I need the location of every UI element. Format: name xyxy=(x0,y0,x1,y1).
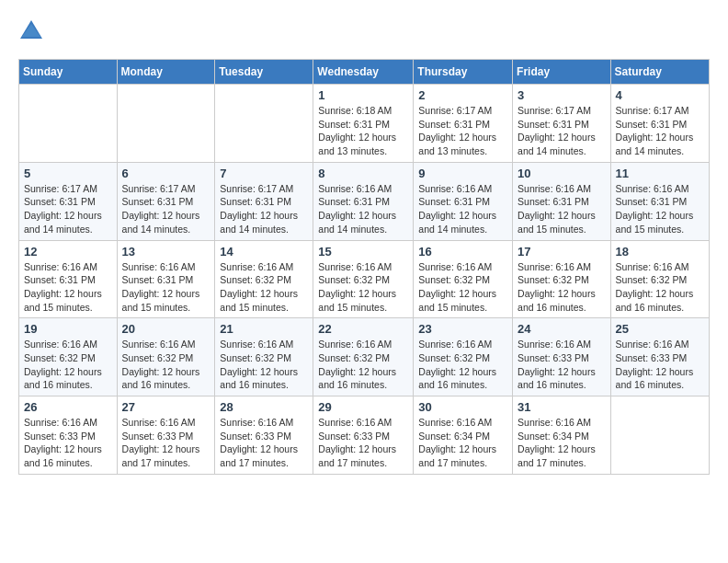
day-number: 25 xyxy=(616,322,704,336)
calendar-cell: 27Sunrise: 6:16 AMSunset: 6:33 PMDayligh… xyxy=(117,396,215,475)
weekday-header: Thursday xyxy=(414,60,513,85)
day-info: Sunrise: 6:16 AMSunset: 6:31 PMDaylight:… xyxy=(418,182,507,236)
day-info: Sunrise: 6:16 AMSunset: 6:33 PMDaylight:… xyxy=(518,338,606,392)
day-info: Sunrise: 6:18 AMSunset: 6:31 PMDaylight:… xyxy=(318,104,408,158)
calendar-cell: 5Sunrise: 6:17 AMSunset: 6:31 PMDaylight… xyxy=(19,162,118,240)
day-info: Sunrise: 6:16 AMSunset: 6:32 PMDaylight:… xyxy=(122,338,210,392)
calendar-cell xyxy=(19,85,118,163)
day-number: 14 xyxy=(220,245,308,259)
day-info: Sunrise: 6:16 AMSunset: 6:32 PMDaylight:… xyxy=(318,260,408,315)
calendar-cell: 30Sunrise: 6:16 AMSunset: 6:34 PMDayligh… xyxy=(414,396,513,475)
calendar-cell xyxy=(117,85,215,163)
calendar-week-row: 19Sunrise: 6:16 AMSunset: 6:32 PMDayligh… xyxy=(19,318,710,396)
day-number: 2 xyxy=(418,88,507,102)
calendar-cell xyxy=(610,396,709,475)
day-number: 4 xyxy=(616,88,704,102)
day-info: Sunrise: 6:16 AMSunset: 6:33 PMDaylight:… xyxy=(122,416,210,470)
day-number: 28 xyxy=(220,400,308,414)
day-number: 18 xyxy=(616,245,704,259)
day-number: 3 xyxy=(518,88,606,102)
day-number: 23 xyxy=(418,322,507,336)
calendar-cell: 20Sunrise: 6:16 AMSunset: 6:32 PMDayligh… xyxy=(117,318,215,396)
day-info: Sunrise: 6:16 AMSunset: 6:31 PMDaylight:… xyxy=(616,182,704,236)
calendar-table: SundayMondayTuesdayWednesdayThursdayFrid… xyxy=(18,59,710,475)
calendar-cell xyxy=(215,85,313,163)
day-number: 30 xyxy=(418,400,507,414)
day-info: Sunrise: 6:16 AMSunset: 6:31 PMDaylight:… xyxy=(122,260,210,315)
day-number: 12 xyxy=(24,245,112,259)
calendar-cell: 17Sunrise: 6:16 AMSunset: 6:32 PMDayligh… xyxy=(513,240,611,318)
day-info: Sunrise: 6:16 AMSunset: 6:33 PMDaylight:… xyxy=(616,338,704,392)
logo-icon xyxy=(18,18,44,44)
calendar-cell: 6Sunrise: 6:17 AMSunset: 6:31 PMDaylight… xyxy=(117,162,215,240)
day-number: 21 xyxy=(220,322,308,336)
day-info: Sunrise: 6:17 AMSunset: 6:31 PMDaylight:… xyxy=(418,104,507,158)
calendar-cell: 10Sunrise: 6:16 AMSunset: 6:31 PMDayligh… xyxy=(513,162,611,240)
page-header xyxy=(18,18,710,44)
weekday-header: Monday xyxy=(117,60,215,85)
day-number: 7 xyxy=(220,167,308,180)
day-number: 10 xyxy=(518,167,606,180)
day-number: 26 xyxy=(24,400,112,414)
day-info: Sunrise: 6:16 AMSunset: 6:32 PMDaylight:… xyxy=(616,260,704,315)
day-info: Sunrise: 6:17 AMSunset: 6:31 PMDaylight:… xyxy=(518,104,606,158)
day-number: 17 xyxy=(518,245,606,259)
weekday-header: Wednesday xyxy=(313,60,414,85)
day-number: 19 xyxy=(24,322,112,336)
calendar-cell: 23Sunrise: 6:16 AMSunset: 6:32 PMDayligh… xyxy=(414,318,513,396)
calendar-cell: 15Sunrise: 6:16 AMSunset: 6:32 PMDayligh… xyxy=(313,240,414,318)
calendar-cell: 4Sunrise: 6:17 AMSunset: 6:31 PMDaylight… xyxy=(610,85,709,163)
calendar-cell: 25Sunrise: 6:16 AMSunset: 6:33 PMDayligh… xyxy=(610,318,709,396)
calendar-cell: 3Sunrise: 6:17 AMSunset: 6:31 PMDaylight… xyxy=(513,85,611,163)
day-number: 11 xyxy=(616,167,704,180)
calendar-cell: 14Sunrise: 6:16 AMSunset: 6:32 PMDayligh… xyxy=(215,240,313,318)
day-number: 5 xyxy=(24,167,112,180)
calendar-cell: 18Sunrise: 6:16 AMSunset: 6:32 PMDayligh… xyxy=(610,240,709,318)
calendar-cell: 2Sunrise: 6:17 AMSunset: 6:31 PMDaylight… xyxy=(414,85,513,163)
day-number: 15 xyxy=(318,245,408,259)
day-number: 9 xyxy=(418,167,507,180)
weekday-header: Sunday xyxy=(19,60,118,85)
svg-marker-1 xyxy=(22,24,40,37)
calendar-cell: 31Sunrise: 6:16 AMSunset: 6:34 PMDayligh… xyxy=(513,396,611,475)
day-number: 8 xyxy=(318,167,408,180)
calendar-cell: 19Sunrise: 6:16 AMSunset: 6:32 PMDayligh… xyxy=(19,318,118,396)
day-number: 24 xyxy=(518,322,606,336)
logo xyxy=(18,18,46,44)
day-number: 6 xyxy=(122,167,210,180)
day-info: Sunrise: 6:16 AMSunset: 6:31 PMDaylight:… xyxy=(318,182,408,236)
day-info: Sunrise: 6:16 AMSunset: 6:33 PMDaylight:… xyxy=(318,416,408,470)
weekday-header: Saturday xyxy=(610,60,709,85)
day-info: Sunrise: 6:17 AMSunset: 6:31 PMDaylight:… xyxy=(220,182,308,236)
weekday-header: Tuesday xyxy=(215,60,313,85)
calendar-cell: 13Sunrise: 6:16 AMSunset: 6:31 PMDayligh… xyxy=(117,240,215,318)
day-info: Sunrise: 6:16 AMSunset: 6:32 PMDaylight:… xyxy=(24,338,112,392)
day-info: Sunrise: 6:16 AMSunset: 6:33 PMDaylight:… xyxy=(24,416,112,470)
day-info: Sunrise: 6:17 AMSunset: 6:31 PMDaylight:… xyxy=(122,182,210,236)
day-info: Sunrise: 6:16 AMSunset: 6:32 PMDaylight:… xyxy=(318,338,408,392)
calendar-cell: 11Sunrise: 6:16 AMSunset: 6:31 PMDayligh… xyxy=(610,162,709,240)
day-number: 31 xyxy=(518,400,606,414)
calendar-cell: 26Sunrise: 6:16 AMSunset: 6:33 PMDayligh… xyxy=(19,396,118,475)
calendar-cell: 12Sunrise: 6:16 AMSunset: 6:31 PMDayligh… xyxy=(19,240,118,318)
day-number: 20 xyxy=(122,322,210,336)
calendar-cell: 1Sunrise: 6:18 AMSunset: 6:31 PMDaylight… xyxy=(313,85,414,163)
calendar-week-row: 5Sunrise: 6:17 AMSunset: 6:31 PMDaylight… xyxy=(19,162,710,240)
day-number: 22 xyxy=(318,322,408,336)
calendar-cell: 28Sunrise: 6:16 AMSunset: 6:33 PMDayligh… xyxy=(215,396,313,475)
day-number: 29 xyxy=(318,400,408,414)
day-info: Sunrise: 6:16 AMSunset: 6:32 PMDaylight:… xyxy=(418,338,507,392)
calendar-cell: 9Sunrise: 6:16 AMSunset: 6:31 PMDaylight… xyxy=(414,162,513,240)
day-info: Sunrise: 6:16 AMSunset: 6:34 PMDaylight:… xyxy=(418,416,507,470)
day-number: 1 xyxy=(318,88,408,102)
day-info: Sunrise: 6:16 AMSunset: 6:32 PMDaylight:… xyxy=(518,260,606,315)
calendar-cell: 7Sunrise: 6:17 AMSunset: 6:31 PMDaylight… xyxy=(215,162,313,240)
calendar-cell: 8Sunrise: 6:16 AMSunset: 6:31 PMDaylight… xyxy=(313,162,414,240)
weekday-header: Friday xyxy=(513,60,611,85)
calendar-week-row: 1Sunrise: 6:18 AMSunset: 6:31 PMDaylight… xyxy=(19,85,710,163)
calendar-week-row: 12Sunrise: 6:16 AMSunset: 6:31 PMDayligh… xyxy=(19,240,710,318)
calendar-cell: 24Sunrise: 6:16 AMSunset: 6:33 PMDayligh… xyxy=(513,318,611,396)
calendar-cell: 29Sunrise: 6:16 AMSunset: 6:33 PMDayligh… xyxy=(313,396,414,475)
calendar-cell: 21Sunrise: 6:16 AMSunset: 6:32 PMDayligh… xyxy=(215,318,313,396)
day-info: Sunrise: 6:16 AMSunset: 6:33 PMDaylight:… xyxy=(220,416,308,470)
